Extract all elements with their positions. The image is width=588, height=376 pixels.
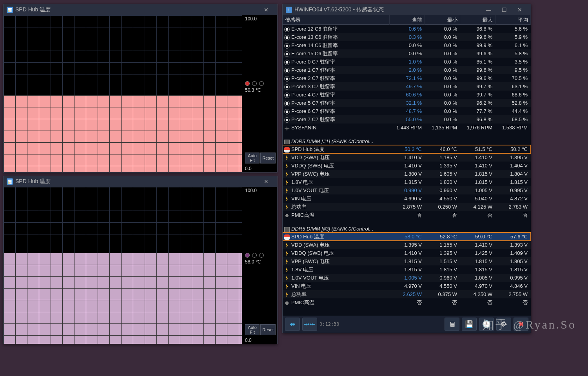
toolbar: ⬌ ⤞⤝ 0:12:30 🖥 💾 🕐 ⚙ ✖ [283, 316, 531, 333]
sensor-row[interactable]: VIN 电压 4.690 V 4.550 V 5.040 V 4.872 V [283, 194, 531, 203]
sensor-label: 1.0V VOUT 电压 [291, 275, 329, 281]
graph-side-1: 100.0 50.3 ℃ Auto Fit Reset 0.0 [243, 15, 277, 172]
sensor-row[interactable]: 总功率 2.875 W 0.250 W 4.125 W 2.783 W [283, 203, 531, 211]
sensor-row[interactable]: E-core 14 C6 驻留率 0.0 % 0.0 % 99.9 % 6.1 … [283, 41, 531, 49]
val-min: 1.155 V [425, 242, 460, 248]
autofit-button-1[interactable]: Auto Fit [245, 153, 260, 163]
sensor-label: 总功率 [291, 204, 307, 210]
val-max: 1.005 V [460, 187, 495, 193]
column-headers[interactable]: 传感器 当前 最小 最大 平均 [283, 15, 531, 25]
val-max: 否 [460, 212, 495, 219]
sensor-row[interactable]: PMIC高温 否 否 否 否 [283, 298, 531, 307]
sensor-row[interactable]: 总功率 2.625 W 0.375 W 4.250 W 2.755 W [283, 290, 531, 298]
sensor-row[interactable]: E-core 15 C6 驻留率 0.0 % 0.0 % 99.6 % 5.8 … [283, 49, 531, 58]
val-max: 96.2 % [460, 100, 495, 106]
titlebar-2[interactable]: 📊 SPD Hub 温度 ✕ [4, 176, 277, 187]
sensor-row[interactable]: 1.8V 电压 1.815 V 1.800 V 1.815 V 1.815 V [283, 178, 531, 186]
temp-icon [284, 234, 290, 240]
sensor-label: VDDQ (SWB) 电压 [291, 250, 334, 256]
group-header[interactable]: DDR5 DIMM [#3] (BANK 0/Control... [283, 223, 531, 233]
expand-button[interactable]: ⬌ [285, 318, 300, 331]
autofit-button-2[interactable]: Auto Fit [245, 324, 260, 335]
sensor-row[interactable]: VDDQ (SWB) 电压 1.410 V 1.395 V 1.410 V 1.… [283, 162, 531, 170]
sensor-row[interactable]: P-core 3 C7 驻留率 49.7 % 0.0 % 99.7 % 63.1… [283, 82, 531, 91]
clock-icon[interactable]: 🕐 [479, 318, 494, 331]
save-icon[interactable]: 💾 [462, 318, 477, 331]
val-min: 否 [425, 299, 460, 306]
val-min: 否 [425, 212, 460, 219]
sensor-row[interactable]: P-core 1 C7 驻留率 2.0 % 0.0 % 99.6 % 9.5 % [283, 66, 531, 74]
val-min: 52.8 ℃ [425, 234, 460, 240]
val-max: 96.8 % [460, 26, 495, 32]
sensor-row[interactable]: P-core 7 C7 驻留率 55.0 % 0.0 % 96.8 % 68.5… [283, 115, 531, 124]
sensor-table-body[interactable]: E-core 12 C6 驻留率 0.6 % 0.0 % 96.8 % 5.6 … [283, 25, 531, 316]
sensor-row[interactable]: P-core 0 C7 驻留率 1.0 % 0.0 % 85.1 % 3.5 % [283, 58, 531, 66]
val-avg: 63.1 % [495, 84, 531, 89]
sensor-row[interactable]: VPP (SWC) 电压 1.815 V 1.515 V 1.815 V 1.8… [283, 257, 531, 265]
clock-icon [284, 51, 290, 57]
col-avg[interactable]: 平均 [495, 15, 531, 25]
val-min: 0.375 W [425, 291, 460, 297]
sensor-row[interactable]: VDD (SWA) 电压 1.410 V 1.185 V 1.410 V 1.3… [283, 153, 531, 162]
series-dot-2c[interactable] [259, 253, 264, 258]
sensor-row[interactable]: SPD Hub 温度 50.3 ℃ 46.0 ℃ 51.5 ℃ 50.2 ℃ [283, 145, 531, 153]
sensor-row[interactable]: E-core 12 C6 驻留率 0.6 % 0.0 % 96.8 % 5.6 … [283, 25, 531, 33]
series-dot-1c[interactable] [259, 81, 264, 86]
monitor-icon[interactable]: 🖥 [445, 318, 459, 331]
sensor-row[interactable]: P-core 6 C7 驻留率 48.7 % 0.0 % 77.7 % 44.4… [283, 107, 531, 115]
sensor-row[interactable]: 1.0V VOUT 电压 0.990 V 0.960 V 1.005 V 0.9… [283, 186, 531, 194]
sensor-row[interactable]: VIN 电压 4.970 V 4.550 V 4.970 V 4.846 V [283, 282, 531, 290]
val-avg: 5.6 % [495, 26, 531, 32]
val-max: 96.8 % [460, 116, 495, 122]
sensor-row[interactable]: PMIC高温 否 否 否 否 [283, 211, 531, 219]
col-current[interactable]: 当前 [390, 15, 425, 25]
sensor-label: PMIC高温 [291, 300, 314, 305]
series-dot-1b[interactable] [252, 81, 257, 86]
reset-button-1[interactable]: Reset [260, 153, 276, 163]
titlebar-hw[interactable]: ℹ HWiNFO64 v7.62-5200 - 传感器状态 — ☐ ✕ [283, 4, 531, 15]
close-toolbar-icon[interactable]: ✖ [514, 318, 528, 331]
reset-button-2[interactable]: Reset [260, 324, 276, 335]
minimize-button[interactable]: — [481, 4, 496, 15]
sensor-label: P-core 1 C7 驻留率 [291, 67, 335, 73]
val-min: 0.0 % [425, 67, 460, 73]
val-min: 1.395 V [425, 250, 460, 256]
sensor-row[interactable]: E-core 13 C6 驻留率 0.3 % 0.0 % 99.6 % 5.9 … [283, 33, 531, 41]
sensor-row[interactable]: P-core 4 C7 驻留率 60.6 % 0.0 % 99.7 % 68.6… [283, 91, 531, 99]
sensor-row[interactable]: SPD Hub 温度 58.0 ℃ 52.8 ℃ 59.0 ℃ 57.6 ℃ [283, 233, 531, 241]
sensor-label: E-core 15 C6 驻留率 [291, 51, 338, 56]
series-dot-active-1[interactable] [245, 81, 250, 86]
col-max[interactable]: 最大 [460, 15, 495, 25]
close-button-hw[interactable]: ✕ [512, 4, 528, 15]
settings-icon[interactable]: ⚙ [496, 318, 511, 331]
sensor-row[interactable]: P-core 5 C7 驻留率 32.1 % 0.0 % 96.2 % 52.8… [283, 99, 531, 107]
col-min[interactable]: 最小 [425, 15, 460, 25]
close-button-2[interactable]: ✕ [258, 176, 274, 187]
series-dot-active-2[interactable] [245, 253, 250, 258]
close-button-1[interactable]: ✕ [258, 4, 274, 15]
graph-window-1: 📊 SPD Hub 温度 ✕ 100.0 50.3 ℃ Auto Fit Res… [3, 4, 278, 173]
volt-icon [284, 172, 290, 177]
sensor-row[interactable]: 1.0V VOUT 电压 1.005 V 0.960 V 1.005 V 0.9… [283, 274, 531, 282]
collapse-button[interactable]: ⤞⤝ [302, 318, 317, 331]
titlebar-1[interactable]: 📊 SPD Hub 温度 ✕ [4, 4, 277, 15]
val-max: 1.410 V [460, 163, 495, 169]
sensor-row[interactable]: VDDQ (SWB) 电压 1.410 V 1.395 V 1.425 V 1.… [283, 249, 531, 257]
clock-icon [284, 43, 290, 49]
val-max: 99.6 % [460, 75, 495, 81]
clock-icon [284, 76, 290, 82]
val-current: 32.1 % [390, 100, 425, 106]
sensor-row[interactable]: SYSFANIN 1,443 RPM 1,135 RPM 1,976 RPM 1… [283, 124, 531, 132]
sensor-row[interactable]: P-core 2 C7 驻留率 72.1 % 0.0 % 99.6 % 70.5… [283, 74, 531, 82]
group-header[interactable]: DDR5 DIMM [#1] (BANK 0/Control... [283, 136, 531, 145]
series-dot-2b[interactable] [252, 253, 257, 258]
val-max: 99.6 % [460, 67, 495, 73]
sensor-row[interactable]: 1.8V 电压 1.815 V 1.815 V 1.815 V 1.815 V [283, 265, 531, 274]
col-sensor[interactable]: 传感器 [283, 15, 390, 25]
volt-icon [284, 259, 290, 265]
pwr-icon [284, 205, 290, 210]
maximize-button[interactable]: ☐ [496, 4, 512, 15]
dot-icon [284, 213, 290, 218]
sensor-row[interactable]: VDD (SWA) 电压 1.395 V 1.155 V 1.410 V 1.3… [283, 241, 531, 249]
sensor-row[interactable]: VPP (SWC) 电压 1.800 V 1.605 V 1.815 V 1.8… [283, 170, 531, 178]
